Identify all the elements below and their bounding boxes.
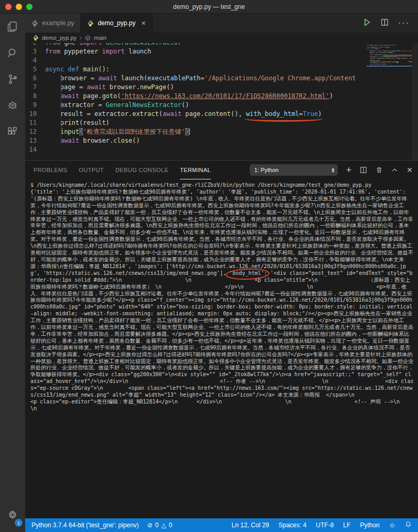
status-bar: Python 3.7.4 64-bit ('test_gne': pipenv)… xyxy=(25,518,418,532)
line-number: 2 xyxy=(25,43,45,47)
line-number: 3 xyxy=(25,47,45,56)
code-line-3[interactable]: 3from pyppeteer import launch xyxy=(25,47,418,56)
code-line-7[interactable]: 7 page = await browser.newPage() xyxy=(25,83,418,92)
breadcrumb[interactable]: demo_pyp.py › main xyxy=(25,33,418,43)
window-controls xyxy=(5,4,33,10)
indentation-status[interactable]: Spaces: 4 xyxy=(278,522,306,529)
window-title: demo_pyp.py — test_gne xyxy=(0,3,418,10)
code-lines: 2from gne import GeneralNewsExtractor3fr… xyxy=(25,43,418,154)
eol-status[interactable]: LF xyxy=(343,522,350,529)
run-python-file-button[interactable] xyxy=(362,18,371,29)
terminal-result: {'title': '上班族你期待年终奖吗？数据称七成90后拥有年终奖', 'a… xyxy=(30,189,414,412)
python-file-icon xyxy=(31,20,38,27)
tab-close-icon[interactable]: × xyxy=(141,19,145,27)
line-number: 6 xyxy=(25,74,45,83)
line-number: 13 xyxy=(25,136,45,145)
line-number: 14 xyxy=(25,145,45,154)
feedback-smiley-icon[interactable]: ☺ xyxy=(389,522,395,529)
code-line-6[interactable]: 6 browser = await launch(executablePath=… xyxy=(25,74,418,83)
terminal-command: /Users/kingname/.local/share/virtualenvs… xyxy=(37,182,371,188)
select-arrows-icon xyxy=(328,166,335,174)
zoom-window-button[interactable] xyxy=(26,4,33,10)
new-terminal-icon[interactable]: + xyxy=(346,165,352,176)
activity-bar: 1 xyxy=(0,14,25,532)
line-number: 12 xyxy=(25,127,45,136)
python-file-icon xyxy=(33,35,39,41)
code-line-13[interactable]: 13 await browser.close() xyxy=(25,136,418,145)
minimap[interactable]: from gne import GeneralNewsExtractorfrom… xyxy=(367,45,412,95)
line-number: 7 xyxy=(25,83,45,92)
kill-terminal-icon[interactable] xyxy=(376,166,383,174)
python-file-icon xyxy=(87,20,94,27)
minimize-window-button[interactable] xyxy=(16,4,22,10)
code-line-11[interactable]: 11 print(result) xyxy=(25,119,418,127)
tab-debug-console[interactable]: DEBUG CONSOLE xyxy=(115,161,168,179)
result-before: {'title': '上班族你期待年终奖吗？数据称七成90后拥有年终奖', 'a… xyxy=(30,189,413,276)
code-line-12[interactable]: 12 input('检查完成以后回到这里按下任意键') xyxy=(25,127,418,136)
code-line-4[interactable]: 4 xyxy=(25,56,418,65)
vscode-window: demo_pyp.py — test_gne xyxy=(0,0,418,532)
line-number: 10 xyxy=(25,110,45,119)
error-icon: ⊘ xyxy=(147,522,153,529)
result-after: '<div class="post_text" id="endText" sty… xyxy=(30,270,418,411)
close-window-button[interactable] xyxy=(5,4,12,10)
breadcrumb-file[interactable]: demo_pyp.py xyxy=(42,35,77,41)
error-count: 0 xyxy=(155,522,159,529)
editor-scrollbar[interactable] xyxy=(412,43,418,160)
terminal-prompt: $ xyxy=(30,182,34,188)
terminal-output-area[interactable]: $/Users/kingname/.local/share/virtualenv… xyxy=(25,179,418,518)
symbol-method-icon xyxy=(85,35,91,41)
code-line-2[interactable]: 2from gne import GeneralNewsExtractor xyxy=(25,43,418,47)
terminal-select-value: 1: Python xyxy=(254,167,278,173)
debug-icon[interactable] xyxy=(0,92,25,119)
titlebar: demo_pyp.py — test_gne xyxy=(0,0,418,14)
line-number: 11 xyxy=(25,119,45,127)
line-number: 4 xyxy=(25,56,45,65)
terminal-command-line: $/Users/kingname/.local/share/virtualenv… xyxy=(30,182,414,189)
close-panel-icon[interactable]: ✕ xyxy=(406,166,413,174)
indent-guide xyxy=(61,74,61,145)
breadcrumb-separator: › xyxy=(80,34,82,41)
panel-header: PROBLEMS OUTPUT DEBUG CONSOLE TERMINAL 1… xyxy=(25,161,418,179)
split-terminal-icon[interactable] xyxy=(360,166,367,174)
code-line-10[interactable]: 10 result = extractor.extract(await page… xyxy=(25,110,418,119)
tab-example-py[interactable]: example.py xyxy=(25,14,81,33)
cursor-position[interactable]: Ln 12, Col 29 xyxy=(232,522,269,529)
editor-tab-bar: example.py demo_pyp.py × ··· xyxy=(25,14,418,33)
breadcrumb-symbol[interactable]: main xyxy=(94,35,106,41)
code-line-14[interactable]: 14 xyxy=(25,145,418,154)
tab-label: example.py xyxy=(42,19,74,27)
bottom-panel: PROBLEMS OUTPUT DEBUG CONSOLE TERMINAL 1… xyxy=(25,160,418,518)
warning-count: 0 xyxy=(169,522,173,529)
warning-icon: △ xyxy=(161,522,166,529)
explorer-icon[interactable] xyxy=(0,14,25,40)
interpreter-selector[interactable]: Python 3.7.4 64-bit ('test_gne': pipenv) xyxy=(31,522,139,529)
encoding-status[interactable]: UTF-8 xyxy=(316,522,334,529)
terminal-instance-select[interactable]: 1: Python xyxy=(250,164,338,176)
maximize-panel-icon[interactable] xyxy=(391,167,398,174)
split-editor-icon[interactable] xyxy=(381,18,389,28)
extensions-icon[interactable] xyxy=(0,119,25,145)
line-number: 9 xyxy=(25,101,45,110)
line-number: 5 xyxy=(25,65,45,74)
tab-label: demo_pyp.py xyxy=(98,19,135,27)
notification-badge[interactable]: 1 xyxy=(15,519,23,527)
settings-gear-icon[interactable]: 1 xyxy=(0,502,25,528)
tab-terminal[interactable]: TERMINAL xyxy=(180,161,211,179)
problems-status[interactable]: ⊘ 0 △ 0 xyxy=(147,522,173,529)
language-mode[interactable]: Python xyxy=(360,522,379,529)
notifications-bell-icon[interactable] xyxy=(405,521,412,529)
tab-problems[interactable]: PROBLEMS xyxy=(34,161,67,179)
line-number: 8 xyxy=(25,92,45,101)
code-editor[interactable]: 2from gne import GeneralNewsExtractor3fr… xyxy=(25,43,418,160)
tab-output[interactable]: OUTPUT xyxy=(79,161,104,179)
code-line-8[interactable]: 8 await page.goto('https://news.163.com/… xyxy=(25,92,418,101)
more-actions-icon[interactable]: ··· xyxy=(398,18,410,28)
search-icon[interactable] xyxy=(0,40,25,66)
source-control-icon[interactable] xyxy=(0,66,25,92)
code-line-9[interactable]: 9 extractor = GeneralNewsExtractor() xyxy=(25,101,418,110)
tab-demo-pyp-py[interactable]: demo_pyp.py × xyxy=(81,14,152,33)
code-line-5[interactable]: 5async def main(): xyxy=(25,65,418,74)
minimap-current-line xyxy=(367,66,412,67)
body-html-annotation-circle: 'body_html': xyxy=(229,270,267,277)
